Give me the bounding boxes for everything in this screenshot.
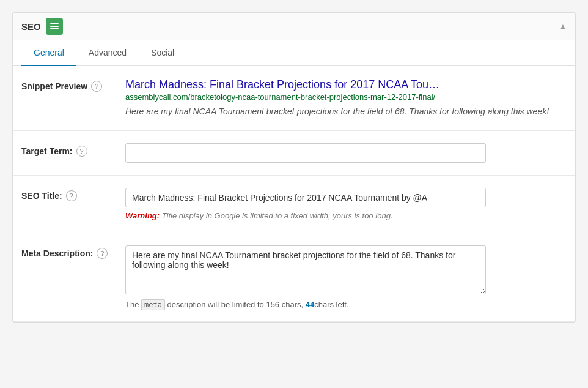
tab-social[interactable]: Social bbox=[139, 40, 186, 66]
target-term-input[interactable] bbox=[125, 143, 486, 163]
target-term-content bbox=[119, 143, 567, 163]
tab-general[interactable]: General bbox=[21, 40, 76, 66]
seo-title-help-icon[interactable]: ? bbox=[66, 190, 77, 201]
collapse-icon[interactable]: ▲ bbox=[559, 22, 567, 31]
target-term-row: Target Term: ? bbox=[13, 131, 575, 176]
snippet-preview-row: Snippet Preview ? March Madness: Final B… bbox=[13, 66, 575, 131]
meta-code: meta bbox=[141, 299, 165, 310]
meta-description-help-icon[interactable]: ? bbox=[97, 248, 108, 259]
tabs-bar: General Advanced Social bbox=[13, 40, 575, 66]
seo-title-label: SEO Title: ? bbox=[21, 188, 119, 201]
meta-note-suffix1: description will be limited to 156 chars… bbox=[167, 300, 306, 309]
seo-title-warning: Warning: Title display in Google is limi… bbox=[125, 211, 567, 220]
meta-description-textarea[interactable]: Here are my final NCAA Tournament bracke… bbox=[125, 245, 486, 294]
snippet-description: Here are my final NCAA Tournament bracke… bbox=[125, 106, 549, 116]
seo-title-row: SEO Title: ? Warning: Title display in G… bbox=[13, 176, 575, 233]
panel-header-left: SEO bbox=[21, 18, 63, 35]
target-term-help-icon[interactable]: ? bbox=[76, 146, 87, 157]
seo-panel: SEO ▲ General Advanced Social Snippet Pr… bbox=[12, 12, 576, 323]
seo-title-input[interactable] bbox=[125, 188, 486, 207]
snippet-url: assemblycall.com/bracketology-ncaa-tourn… bbox=[125, 92, 567, 102]
meta-description-label: Meta Description: ? bbox=[21, 245, 119, 259]
seo-icon[interactable] bbox=[46, 18, 63, 35]
svg-rect-2 bbox=[50, 28, 59, 29]
meta-description-content: Here are my final NCAA Tournament bracke… bbox=[119, 245, 567, 309]
tab-advanced[interactable]: Advanced bbox=[76, 40, 139, 66]
svg-rect-1 bbox=[50, 26, 59, 27]
snippet-title: March Madness: Final Bracket Projections… bbox=[125, 78, 567, 91]
panel-title: SEO bbox=[21, 21, 41, 32]
warning-body: Title display in Google is limited to a … bbox=[160, 211, 392, 220]
snippet-preview-label: Snippet Preview ? bbox=[21, 78, 119, 92]
snippet-preview-help-icon[interactable]: ? bbox=[91, 81, 102, 92]
meta-note-prefix: The bbox=[125, 300, 139, 309]
svg-rect-0 bbox=[50, 23, 59, 24]
panel-header: SEO ▲ bbox=[13, 13, 575, 40]
warning-label: Warning: bbox=[125, 211, 160, 220]
target-term-label: Target Term: ? bbox=[21, 143, 119, 157]
meta-description-row: Meta Description: ? Here are my final NC… bbox=[13, 233, 575, 322]
chars-left: 44 bbox=[306, 300, 314, 309]
seo-title-content: Warning: Title display in Google is limi… bbox=[119, 188, 567, 220]
meta-note-suffix2: chars left. bbox=[314, 300, 348, 309]
snippet-preview-content: March Madness: Final Bracket Projections… bbox=[119, 78, 567, 118]
panel-body: Snippet Preview ? March Madness: Final B… bbox=[13, 66, 575, 322]
meta-note: The meta description will be limited to … bbox=[125, 300, 567, 309]
